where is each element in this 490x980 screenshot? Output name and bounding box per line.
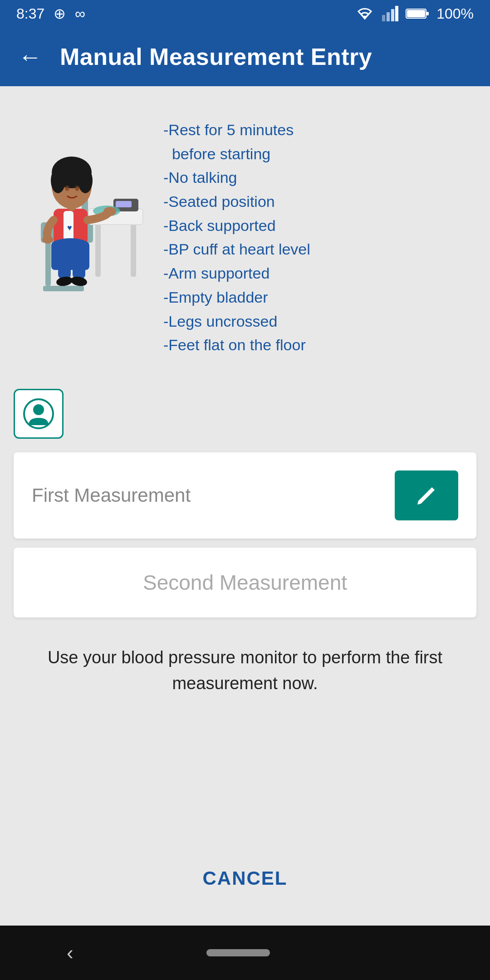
svg-rect-0 <box>382 15 385 21</box>
svg-rect-9 <box>43 286 84 291</box>
svg-rect-5 <box>407 10 425 17</box>
svg-rect-1 <box>387 12 390 21</box>
svg-point-34 <box>78 168 93 193</box>
instructions-text: -Rest for 5 minutes before starting -No … <box>150 113 476 357</box>
cancel-area: CANCEL <box>14 849 476 926</box>
nav-back-button[interactable]: ‹ <box>67 941 74 964</box>
avatar-button-area <box>14 389 476 439</box>
edit-icon <box>414 483 439 508</box>
page-title: Manual Measurement Entry <box>60 43 372 70</box>
nav-home-pill[interactable] <box>206 949 270 956</box>
svg-rect-13 <box>131 222 136 277</box>
svg-point-36 <box>75 186 79 191</box>
svg-point-29 <box>70 275 88 287</box>
instruction-item-6: -Empty bladder <box>163 285 476 309</box>
second-measurement-label: Second Measurement <box>143 570 347 595</box>
instruction-item-2: -Seated position <box>163 190 476 214</box>
svg-point-25 <box>42 235 53 244</box>
instruction-item-0: -Rest for 5 minutes before starting <box>163 118 476 166</box>
signal-icon <box>382 6 398 21</box>
notification-icon: ⊕ <box>54 5 66 22</box>
instruction-item-7: -Legs uncrossed <box>163 309 476 333</box>
bottom-instruction-text: Use your blood pressure monitor to perfo… <box>14 631 476 719</box>
status-left: 8:37 ⊕ ∞ <box>16 5 85 22</box>
svg-rect-26 <box>58 247 71 279</box>
svg-text:♥: ♥ <box>67 223 72 232</box>
illustration-area: ♥ <box>14 113 150 304</box>
person-illustration: ♥ <box>18 113 145 304</box>
voicemail-icon: ∞ <box>75 5 85 22</box>
cancel-button[interactable]: CANCEL <box>176 858 315 898</box>
avatar-icon <box>23 398 54 430</box>
instruction-item-4: -BP cuff at heart level <box>163 237 476 261</box>
svg-rect-3 <box>395 6 398 21</box>
avatar-selector-button[interactable] <box>14 389 64 439</box>
svg-rect-7 <box>45 240 51 286</box>
app-bar: ← Manual Measurement Entry <box>0 27 490 86</box>
svg-point-24 <box>103 207 116 216</box>
instruction-item-3: -Back supported <box>163 214 476 238</box>
status-bar: 8:37 ⊕ ∞ 100% <box>0 0 490 27</box>
nav-bar: ‹ <box>0 926 490 980</box>
battery-percent: 100% <box>436 5 474 22</box>
instruction-item-8: -Feet flat on the floor <box>163 333 476 357</box>
svg-point-33 <box>51 168 65 193</box>
back-button[interactable]: ← <box>18 45 42 69</box>
svg-rect-12 <box>95 222 101 277</box>
svg-rect-16 <box>116 201 132 207</box>
wifi-icon <box>355 6 375 21</box>
instruction-item-1: -No talking <box>163 166 476 190</box>
second-measurement-card: Second Measurement <box>14 548 476 617</box>
main-content: ♥ <box>0 86 490 926</box>
instruction-item-5: -Arm supported <box>163 261 476 285</box>
svg-rect-6 <box>426 12 429 15</box>
svg-rect-2 <box>391 9 394 21</box>
first-measurement-edit-button[interactable] <box>395 470 458 520</box>
first-measurement-card: First Measurement <box>14 452 476 539</box>
svg-point-38 <box>33 404 44 415</box>
status-right: 100% <box>355 5 474 22</box>
time-display: 8:37 <box>16 5 44 22</box>
battery-icon <box>406 7 429 20</box>
svg-rect-27 <box>73 247 85 279</box>
svg-point-35 <box>65 186 69 191</box>
svg-point-28 <box>56 275 74 287</box>
first-measurement-label: First Measurement <box>32 485 191 506</box>
instructions-row: ♥ <box>14 104 476 366</box>
